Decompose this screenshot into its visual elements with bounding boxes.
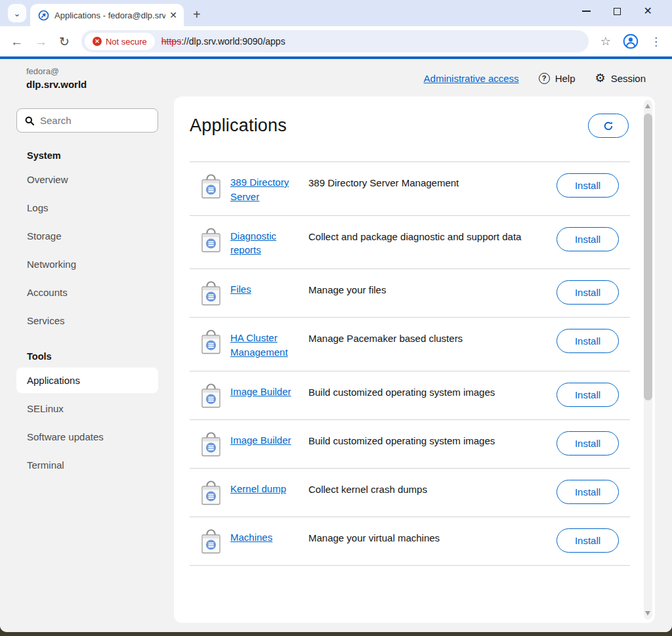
scrollbar-up-icon[interactable] bbox=[645, 104, 650, 108]
sidebar-section-title: System bbox=[16, 150, 158, 161]
search-input[interactable]: Search bbox=[16, 108, 158, 133]
window-controls: ✕ bbox=[582, 6, 665, 24]
install-button[interactable]: Install bbox=[556, 431, 619, 456]
tab-title: Applications - fedora@dlp.srv.w bbox=[54, 11, 165, 20]
sidebar-item-storage[interactable]: Storage bbox=[16, 223, 158, 249]
administrative-access-link[interactable]: Administrative access bbox=[424, 73, 519, 84]
app-bag-icon bbox=[200, 329, 222, 354]
host-switcher[interactable]: fedora@ dlp.srv.world bbox=[26, 66, 87, 90]
scrollbar-thumb[interactable] bbox=[644, 114, 652, 400]
application-row: Diagnostic reports Collect and package d… bbox=[190, 215, 630, 269]
minimize-icon[interactable] bbox=[582, 11, 591, 12]
help-menu[interactable]: ? Help bbox=[539, 73, 576, 84]
application-row: HA Cluster Management Manage Pacemaker b… bbox=[190, 317, 630, 371]
close-icon[interactable]: ✕ bbox=[644, 6, 652, 16]
app-name-link[interactable]: Image Builder bbox=[230, 435, 291, 446]
url-text: https://dlp.srv.world:9090/apps bbox=[161, 36, 285, 47]
search-placeholder: Search bbox=[40, 115, 72, 126]
browser-window: ⌄ Applications - fedora@dlp.srv.w ✕ + ✕ … bbox=[0, 0, 672, 632]
url-scheme-struck: https bbox=[161, 36, 181, 47]
header-actions: Administrative access ? Help ⚙ Session bbox=[424, 72, 646, 84]
sidebar-item-selinux[interactable]: SELinux bbox=[16, 396, 158, 421]
scrollbar-down-icon[interactable] bbox=[645, 611, 650, 616]
app-name-link[interactable]: Files bbox=[230, 284, 251, 295]
help-label: Help bbox=[555, 73, 576, 84]
refresh-icon bbox=[603, 121, 614, 131]
browser-toolbar: ← → ↻ ✕ Not secure https://dlp.srv.world… bbox=[0, 26, 672, 56]
address-bar[interactable]: ✕ Not secure https://dlp.srv.world:9090/… bbox=[81, 30, 589, 53]
application-row: Image Builder Build customized operating… bbox=[190, 371, 630, 419]
chevron-down-icon: ⌄ bbox=[14, 9, 21, 18]
browser-menu-icon[interactable]: ⋮ bbox=[650, 35, 662, 49]
reload-icon[interactable]: ↻ bbox=[59, 35, 70, 48]
tab-close-icon[interactable]: ✕ bbox=[169, 11, 177, 20]
sidebar-item-accounts[interactable]: Accounts bbox=[16, 280, 158, 305]
app-bag-icon bbox=[200, 432, 222, 457]
cockpit-page: fedora@ dlp.srv.world Administrative acc… bbox=[0, 59, 672, 632]
help-question-icon: ? bbox=[539, 73, 550, 84]
profile-icon[interactable] bbox=[623, 33, 639, 49]
back-icon[interactable]: ← bbox=[10, 35, 23, 48]
app-bag-icon bbox=[200, 281, 222, 306]
app-bag-icon bbox=[200, 480, 222, 505]
install-button[interactable]: Install bbox=[556, 280, 619, 305]
new-tab-button[interactable]: + bbox=[193, 8, 201, 21]
applications-card: Applications bbox=[174, 96, 655, 623]
app-description: Build customized operating system images bbox=[308, 383, 556, 399]
sidebar-item-networking[interactable]: Networking bbox=[16, 251, 158, 277]
app-name-link[interactable]: Image Builder bbox=[230, 386, 291, 397]
install-button[interactable]: Install bbox=[556, 528, 619, 553]
tab-search-chevron-button[interactable]: ⌄ bbox=[8, 4, 26, 22]
not-secure-badge[interactable]: ✕ Not secure bbox=[85, 33, 155, 50]
browser-tab[interactable]: Applications - fedora@dlp.srv.w ✕ bbox=[30, 4, 184, 26]
maximize-icon[interactable] bbox=[614, 8, 621, 15]
app-name-link[interactable]: Kernel dump bbox=[230, 483, 286, 494]
app-description: 389 Directory Server Management bbox=[308, 173, 556, 190]
sidebar-item-logs[interactable]: Logs bbox=[16, 195, 158, 221]
sidebar-item-services[interactable]: Services bbox=[16, 308, 158, 333]
app-name-link[interactable]: Machines bbox=[230, 532, 272, 543]
application-row: Image Builder Build customized operating… bbox=[190, 419, 630, 468]
sidebar-nav: SystemOverviewLogsStorageNetworkingAccou… bbox=[16, 150, 158, 478]
app-bag-icon bbox=[200, 529, 222, 554]
sidebar-item-terminal[interactable]: Terminal bbox=[16, 452, 158, 478]
search-icon bbox=[25, 116, 34, 125]
install-button[interactable]: Install bbox=[556, 173, 619, 198]
application-row: 389 Directory Server 389 Directory Serve… bbox=[190, 161, 630, 215]
app-description: Manage Pacemaker based clusters bbox=[308, 329, 556, 345]
main-area: Applications bbox=[174, 96, 655, 623]
sidebar-item-overview[interactable]: Overview bbox=[16, 167, 158, 192]
install-button[interactable]: Install bbox=[556, 329, 619, 353]
refresh-button[interactable] bbox=[588, 114, 629, 138]
application-row: Kernel dump Collect kernel crash dumps I… bbox=[190, 468, 630, 517]
sidebar-item-applications[interactable]: Applications bbox=[16, 368, 158, 393]
gear-icon: ⚙ bbox=[595, 72, 605, 84]
sidebar-item-software-updates[interactable]: Software updates bbox=[16, 424, 158, 450]
install-button[interactable]: Install bbox=[556, 227, 619, 251]
app-name-link[interactable]: 389 Directory Server bbox=[230, 177, 289, 202]
app-description: Manage your virtual machines bbox=[308, 528, 556, 545]
session-label: Session bbox=[611, 73, 646, 84]
install-button[interactable]: Install bbox=[556, 383, 619, 407]
app-name-link[interactable]: Diagnostic reports bbox=[230, 230, 276, 256]
app-description: Build customized operating system images bbox=[308, 431, 556, 448]
cockpit-favicon-icon bbox=[38, 10, 49, 21]
app-description: Collect kernel crash dumps bbox=[308, 480, 556, 496]
install-button[interactable]: Install bbox=[556, 480, 619, 504]
app-bag-icon bbox=[200, 174, 222, 199]
content-scrollbar[interactable] bbox=[644, 100, 652, 620]
not-secure-label: Not secure bbox=[106, 37, 147, 47]
app-name-link[interactable]: HA Cluster Management bbox=[230, 332, 288, 358]
not-secure-icon: ✕ bbox=[93, 37, 102, 46]
card-header: Applications bbox=[190, 96, 655, 138]
sidebar-section-title: Tools bbox=[16, 351, 158, 362]
logged-in-user: fedora@ bbox=[26, 66, 87, 76]
url-rest: ://dlp.srv.world:9090/apps bbox=[181, 36, 285, 47]
bookmark-star-icon[interactable]: ☆ bbox=[600, 34, 611, 49]
application-row: Files Manage your files Install bbox=[190, 268, 630, 317]
session-menu[interactable]: ⚙ Session bbox=[595, 72, 646, 84]
app-description: Manage your files bbox=[308, 280, 556, 297]
app-bag-icon bbox=[200, 228, 222, 253]
sidebar: Search SystemOverviewLogsStorageNetworki… bbox=[0, 96, 174, 623]
forward-icon[interactable]: → bbox=[35, 35, 47, 48]
